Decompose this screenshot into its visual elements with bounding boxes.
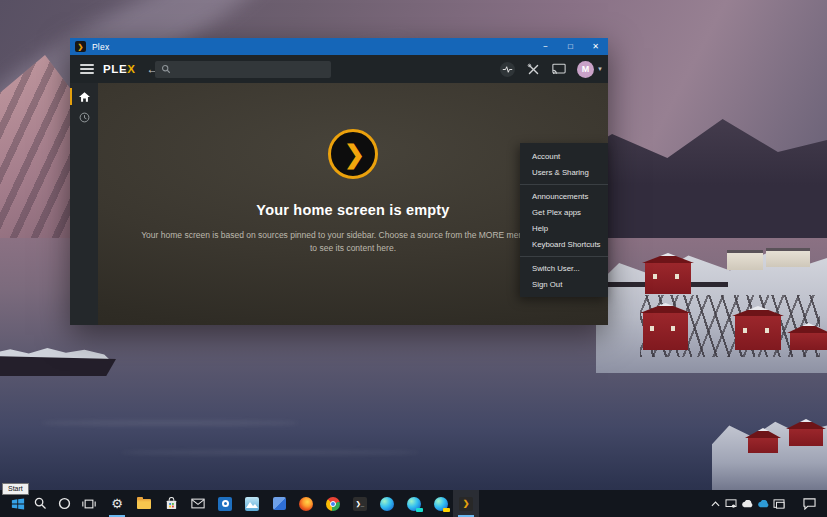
sidebar-item-clock[interactable]: [70, 107, 98, 128]
app-header: PLEX ←: [70, 55, 608, 83]
menu-item-keyboard-shortcuts[interactable]: Keyboard Shortcuts: [520, 236, 608, 252]
search-bar[interactable]: [155, 61, 331, 78]
empty-state-heading: Your home screen is empty: [256, 202, 449, 218]
terminal-icon: ❯_: [353, 497, 367, 511]
menu-item-users-sharing[interactable]: Users & Sharing: [520, 164, 608, 180]
store-bag-icon: [165, 497, 178, 510]
edge-beta-icon: [407, 497, 421, 511]
outlook-icon: [218, 497, 232, 511]
chevron-up-icon: [711, 501, 720, 507]
cloud-icon: [741, 500, 754, 508]
empty-state-description: Your home screen is based on sources pin…: [138, 229, 568, 255]
edge-beta-button[interactable]: [401, 490, 427, 517]
minimize-button[interactable]: −: [533, 38, 558, 55]
activity-button[interactable]: [494, 62, 520, 77]
mail-icon: [191, 498, 205, 509]
user-avatar[interactable]: M: [577, 61, 594, 78]
taskbar-search-button[interactable]: [27, 490, 53, 517]
account-button[interactable]: M ▼: [572, 61, 608, 78]
menu-item-announcements[interactable]: Announcements: [520, 188, 608, 204]
search-icon: [161, 64, 171, 74]
window-title: Plex: [92, 42, 109, 52]
settings-app-button[interactable]: ⚙: [104, 490, 130, 517]
plex-chevron-icon: ❯: [344, 142, 365, 167]
cloud-blue-icon: [757, 500, 770, 508]
plex-logo[interactable]: PLEX: [103, 63, 135, 75]
store-button[interactable]: [158, 490, 184, 517]
menu-divider: [520, 184, 608, 185]
task-view-button[interactable]: [76, 490, 102, 517]
menu-item-account[interactable]: Account: [520, 148, 608, 164]
sidebar: [70, 83, 98, 325]
close-button[interactable]: ✕: [583, 38, 608, 55]
start-tooltip: Start: [2, 483, 29, 495]
cortana-button[interactable]: [51, 490, 77, 517]
taskbar: ⚙ ❯_: [0, 490, 827, 517]
office-icon: [273, 497, 286, 510]
cortana-icon: [58, 497, 71, 510]
monitor-icon: [773, 499, 785, 509]
task-view-icon: [82, 498, 96, 510]
action-center-button[interactable]: [798, 490, 820, 517]
gear-icon: ⚙: [111, 497, 123, 510]
office-button[interactable]: [266, 490, 292, 517]
search-icon: [34, 497, 47, 510]
menu-item-switch-user[interactable]: Switch User...: [520, 260, 608, 276]
outlook-button[interactable]: [212, 490, 238, 517]
clock-icon: [79, 112, 90, 123]
plex-window-icon: ❯: [75, 41, 86, 52]
edge-canary-button[interactable]: [428, 490, 454, 517]
search-input[interactable]: [175, 65, 315, 74]
display-icon: [725, 499, 737, 509]
home-icon: [79, 92, 90, 102]
terminal-button[interactable]: ❯_: [347, 490, 373, 517]
plex-icon: ❯: [459, 497, 473, 511]
photos-icon: [245, 497, 259, 511]
edge-button[interactable]: [374, 490, 400, 517]
photos-button[interactable]: [239, 490, 265, 517]
settings-tools-button[interactable]: [520, 63, 546, 76]
menu-item-sign-out[interactable]: Sign Out: [520, 276, 608, 292]
virtual-desktop-button[interactable]: [770, 490, 788, 517]
firefox-icon: [299, 497, 313, 511]
sidebar-item-home[interactable]: [70, 86, 98, 107]
plex-taskbar-button[interactable]: ❯: [453, 490, 479, 517]
cast-icon: [552, 63, 566, 75]
window-titlebar[interactable]: ❯ Plex − □ ✕: [70, 38, 608, 55]
file-explorer-button[interactable]: [131, 490, 157, 517]
edge-icon: [380, 497, 394, 511]
windows-logo-icon: [11, 497, 25, 511]
menu-item-get-plex-apps[interactable]: Get Plex apps: [520, 204, 608, 220]
activity-icon: [500, 62, 515, 77]
tools-icon: [527, 63, 540, 76]
edge-canary-icon: [434, 497, 448, 511]
hamburger-menu-icon[interactable]: [80, 64, 94, 74]
chevron-down-icon: ▼: [597, 66, 603, 72]
folder-icon: [137, 499, 151, 509]
menu-divider: [520, 256, 608, 257]
maximize-button[interactable]: □: [558, 38, 583, 55]
firefox-button[interactable]: [293, 490, 319, 517]
action-center-icon: [803, 498, 816, 510]
chrome-icon: [326, 497, 340, 511]
plex-window: ❯ Plex − □ ✕ PLEX ←: [70, 38, 608, 325]
chrome-button[interactable]: [320, 490, 346, 517]
mail-button[interactable]: [185, 490, 211, 517]
plex-logo-badge: ❯: [328, 129, 378, 179]
menu-item-help[interactable]: Help: [520, 220, 608, 236]
account-dropdown-menu: Account Users & Sharing Announcements Ge…: [520, 143, 608, 297]
cast-button[interactable]: [546, 63, 572, 75]
